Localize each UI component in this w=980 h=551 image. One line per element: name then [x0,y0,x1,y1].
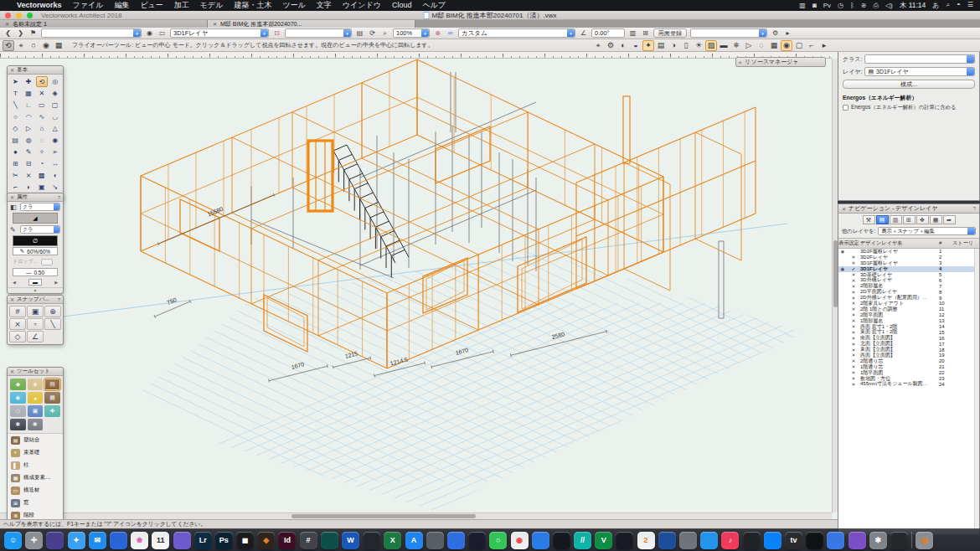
toolset-item-5[interactable]: ⊞窓 [8,497,63,509]
resource-manager-bar[interactable]: « リソースマネージャ [735,57,826,67]
dock-app-dark-7[interactable] [890,532,908,549]
layer-list-header[interactable]: 表示設定デザインレイヤ名#ストーリ [838,238,979,249]
tool-icon-27[interactable]: ➢ [49,147,61,157]
send-to-icon[interactable]: ⚑ [28,29,38,37]
dock-vectorworks[interactable]: V [595,532,612,549]
prev-style-button[interactable]: ◀ [13,280,16,285]
close-icon[interactable]: ✕ [10,296,14,302]
snap-icon-3[interactable]: ⨯ [9,318,26,330]
tiles-icon[interactable]: ⊞ [641,29,650,37]
tool-icon-8[interactable]: ╲ [9,100,22,111]
render-mode-dropdown[interactable]: カスタム▾ [458,28,575,38]
page-icon[interactable]: ▢ [793,40,805,51]
toolset-category-7[interactable]: ▣ [28,405,44,417]
toolset-category-5[interactable]: ▦ [44,392,60,404]
tool-icon-18[interactable]: ⌂ [36,123,49,134]
layer-visible-icon[interactable]: ◉ [838,249,847,254]
tool-icon-32[interactable]: ✂ [9,170,22,181]
document-tab-1[interactable]: ✕M邸 BIM化 推進本部2024070... [208,20,415,28]
layer-options-icon[interactable]: ▭ [157,29,167,37]
menu-clock[interactable]: 木 11:14 [900,1,926,11]
dock-music[interactable]: ♪ [721,532,739,549]
pointer-icon[interactable]: ⌖ [592,40,604,51]
nav-references-icon[interactable]: ➦ [943,215,956,224]
tool-icon-25[interactable]: ✎ [23,147,35,157]
tool-icon-3[interactable]: ◎ [49,76,61,87]
layer-hidden-icon[interactable]: ✕ [847,318,860,323]
toolset-category-0[interactable]: ◆ [10,378,26,390]
render-options-icon[interactable]: ◒ [630,40,642,51]
menu-item-10[interactable]: Cloud [392,1,412,9]
active-class-dropdown[interactable]: ▾ [41,28,142,38]
layer-visibility-dropdown[interactable]: 表示＋スナップ＋編集 [878,227,976,235]
nav-viewports-icon[interactable]: ✥ [916,215,929,224]
tool-icon-15[interactable]: ◡ [49,111,61,122]
toolset-item-0[interactable]: ▤壁結合 [8,434,63,446]
layer-hidden-icon[interactable]: ✕ [847,272,860,277]
spotlight-icon[interactable]: ⌕ [946,1,950,10]
tool-icon-28[interactable]: ⊞ [9,158,22,169]
dock-app-teal-stripes[interactable]: // [574,532,591,549]
wifi-icon[interactable]: ≋ [861,2,867,10]
dock-photos[interactable]: ❀ [131,532,148,549]
dock-mail[interactable]: ✉ [89,532,106,549]
tool-icon-6[interactable]: ✕ [36,88,49,99]
tool-icon-26[interactable]: ✧ [36,147,49,157]
tool-icon-31[interactable]: ↔ [49,158,61,169]
toolset-category-8[interactable]: ✚ [44,405,60,417]
close-icon[interactable]: ✕ [10,67,14,73]
dock-app-blue-4[interactable] [658,532,676,549]
rotation-angle-field[interactable]: 0.00° [591,28,625,38]
current-tool-icon[interactable]: ✦ [642,40,654,51]
line-style-preview[interactable]: ▬ [28,279,42,286]
dock-app-gray-2[interactable] [679,532,697,549]
input-source-icon[interactable]: あ [932,1,939,10]
toolset-category-2[interactable]: ▤ [44,378,60,390]
tool-icon-9[interactable]: ∟ [23,100,35,111]
tool-icon-22[interactable]: ◌ [36,135,49,146]
close-tab-icon[interactable]: ✕ [5,21,9,27]
dock-app-dark-4[interactable] [616,532,633,549]
snap-icon-4[interactable]: ▫ [27,318,44,330]
orbit-mode-icon[interactable]: ○ [28,40,39,51]
energos-checkbox-row[interactable]: Energos（エネルギー解析）の計算に含める [838,103,979,112]
layer-hidden-icon[interactable]: ✕ [847,376,860,381]
layer-hidden-icon[interactable]: ✕ [847,364,860,369]
toolset-category-1[interactable]: ◈ [28,378,44,390]
dock-word[interactable]: W [342,532,359,549]
nav-saved-views-icon[interactable]: ▦ [930,215,942,224]
dock-app-dark-purple[interactable] [46,532,64,549]
menu-item-6[interactable]: 建築・土木 [234,1,271,9]
menu-item-11[interactable]: ヘルプ [422,1,446,9]
tool-icon-12[interactable]: ○ [9,111,22,122]
look-mode-icon[interactable]: ◉ [40,40,52,51]
dock-finder[interactable]: ☺ [4,532,22,549]
toolset-category-6[interactable]: ◇ [10,405,26,417]
snap-icon-1[interactable]: ▣ [27,306,44,317]
dock-app-blue-2[interactable] [447,532,465,549]
toolset-item-2[interactable]: ▌柱 [8,459,63,471]
back-arrow-icon[interactable]: ❮ [3,29,13,37]
wall-icon[interactable]: ▬ [718,40,730,51]
forward-arrow-icon[interactable]: ❯ [16,29,25,37]
layer-hidden-icon[interactable]: ✕ [847,278,860,283]
layer-hidden-icon[interactable]: ✕ [847,358,860,363]
minimize-window-button[interactable] [16,13,22,18]
layer-hidden-icon[interactable]: ✕ [847,255,860,260]
dock-appstore[interactable]: A [405,532,423,549]
close-window-button[interactable] [5,13,11,18]
image-icon[interactable]: ▨ [705,40,717,51]
dock-app-white-2[interactable]: 2 [637,532,655,549]
nav-classes-icon[interactable]: ▤ [876,215,889,224]
dock-photoshop[interactable]: Ps [215,532,233,549]
fit-view-icon[interactable]: ⌕ [380,29,389,38]
tool-icon-36[interactable]: ⌐ [9,182,22,193]
layer-row-24[interactable]: ✕455mm寸法モジュール製図…24 [838,381,979,387]
dock-app-gray-1[interactable] [426,532,444,549]
snap-icon-6[interactable]: ◇ [9,331,26,342]
layer-hidden-icon[interactable]: ✕ [847,330,860,335]
tool-icon-34[interactable]: ▩ [36,170,49,181]
tool-icon-1[interactable]: ✚ [23,76,35,87]
layer-flag-icon[interactable]: ⊡ [272,29,281,37]
shaded-options-icon[interactable]: ◐ [617,40,629,51]
